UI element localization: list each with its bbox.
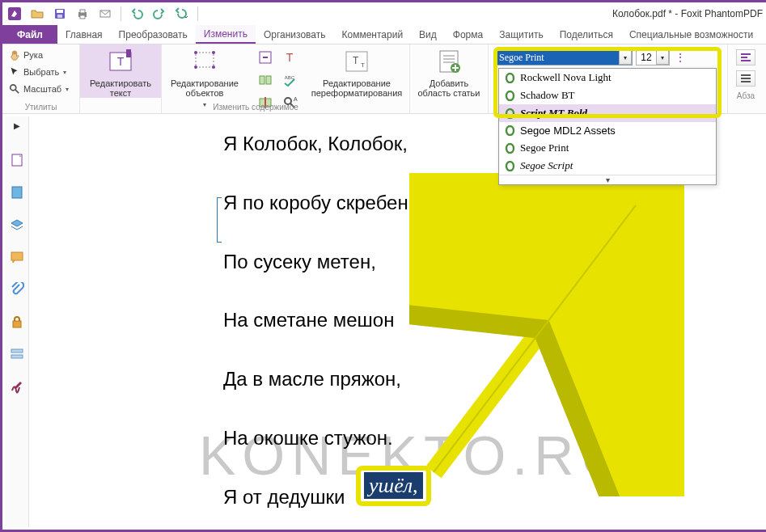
layers-panel-icon[interactable] (9, 217, 25, 233)
tab-organize[interactable]: Организовать (256, 25, 334, 44)
font-option[interactable]: Rockwell Nova Light (499, 69, 716, 87)
svg-rect-6 (80, 15, 85, 19)
svg-rect-50 (11, 252, 23, 260)
font-option[interactable]: Schadow BT (499, 87, 716, 104)
tab-edit[interactable]: Изменить (196, 25, 256, 44)
text-line[interactable]: На сметане мешон (223, 309, 413, 332)
separator (197, 6, 198, 21)
font-size-combo[interactable]: 12 ▾ (636, 49, 670, 65)
text-tool-icon[interactable]: T (278, 47, 301, 68)
tab-home[interactable]: Главная (57, 25, 111, 44)
scroll-down-icon[interactable]: ▾ (499, 175, 716, 184)
app-menu-icon[interactable] (6, 5, 23, 23)
redo-icon[interactable] (150, 5, 168, 23)
tool-zoom-label: Масштаб (23, 84, 61, 94)
tool-select[interactable]: Выбрать ▾ (9, 64, 73, 80)
edit-objects-icon (191, 48, 218, 75)
window-title: Колобок.pdf * - Foxit PhantomPDF (612, 8, 763, 19)
svg-line-9 (15, 90, 19, 93)
tool-zoom[interactable]: Масштаб ▾ (9, 81, 73, 97)
font-size-value: 12 (637, 52, 656, 63)
add-article-button[interactable]: Добавить область статьи (410, 44, 488, 98)
chevron-down-icon[interactable]: ▾ (656, 50, 669, 65)
text-line[interactable]: Да в масле пряжон, (223, 368, 413, 391)
group-reflow: TT Редактирование переформатирования Изм… (304, 44, 409, 113)
font-family-combo[interactable]: Segoe Print ▾ (495, 49, 633, 65)
reflow-label: Редактирование переформатирования (311, 78, 402, 98)
open-icon[interactable] (28, 5, 46, 23)
chevron-down-icon[interactable]: ▾ (66, 86, 69, 93)
text-line[interactable]: По сусеку метен, (223, 251, 413, 274)
rail-toggle-icon[interactable]: ▶ (11, 120, 23, 131)
undo-icon[interactable] (128, 5, 146, 23)
reflow-button[interactable]: TT Редактирование переформатирования (304, 44, 409, 98)
bookmarks-panel-icon[interactable] (9, 184, 25, 201)
text-line[interactable]: На окошке стужон. (223, 427, 413, 450)
svg-rect-21 (266, 76, 271, 84)
svg-text:T: T (353, 55, 359, 66)
font-option[interactable]: Script MT Bold (499, 104, 716, 122)
edit-text-button[interactable]: T Редактировать текст (80, 44, 161, 98)
text-line[interactable]: Я Колобок, Колобок, (223, 133, 413, 156)
save-icon[interactable] (51, 5, 69, 23)
svg-text:T: T (117, 55, 125, 68)
font-option-label: Segoe Script (520, 159, 573, 172)
print-icon[interactable] (74, 5, 91, 23)
group-add-article: Добавить область статьи (410, 44, 489, 113)
tab-accessibility[interactable]: Специальные возможности (621, 25, 761, 44)
email-icon[interactable] (96, 5, 114, 23)
font-family-dropdown[interactable]: Rockwell Nova Light Schadow BT Script MT… (498, 68, 717, 185)
opentype-icon (504, 108, 515, 119)
chevron-down-icon[interactable]: ▾ (63, 69, 66, 76)
align-left-button[interactable] (736, 49, 755, 65)
opentype-icon (504, 72, 515, 83)
add-article-label: Добавить область статьи (418, 78, 480, 98)
svg-point-17 (212, 65, 215, 69)
security-panel-icon[interactable] (9, 314, 25, 330)
font-option-label: Segoe Print (520, 141, 569, 154)
merge-tool-icon[interactable] (254, 70, 277, 91)
abc-tool-icon[interactable]: ABC (278, 70, 301, 91)
font-family-value: Segoe Print (496, 51, 619, 65)
font-option[interactable]: Segoe Script (499, 157, 716, 175)
font-option[interactable]: Segoe MDL2 Assets (499, 122, 716, 139)
svg-point-8 (11, 85, 16, 91)
tab-protect[interactable]: Защитить (491, 25, 551, 44)
svg-rect-53 (11, 355, 23, 358)
tab-form[interactable]: Форма (445, 25, 491, 44)
edit-objects-button[interactable]: Редактирование объектов ▾ (162, 44, 248, 108)
svg-line-55 (434, 205, 636, 472)
edit-text-icon: T (107, 48, 134, 75)
pages-panel-icon[interactable] (9, 152, 25, 168)
fields-panel-icon[interactable] (9, 346, 25, 362)
tab-comment[interactable]: Комментарий (334, 25, 412, 44)
nav-rail: ▶ (5, 116, 29, 527)
group-options-icon[interactable]: ⋮ (673, 51, 688, 64)
tab-share[interactable]: Поделиться (552, 25, 621, 44)
svg-rect-3 (57, 15, 62, 18)
comments-panel-icon[interactable] (9, 249, 25, 265)
chevron-down-icon[interactable]: ▾ (619, 50, 632, 65)
tab-view[interactable]: Вид (411, 25, 445, 44)
text-line[interactable]: Я по коробу скребен, (223, 192, 413, 215)
svg-rect-5 (80, 10, 85, 13)
svg-rect-20 (260, 76, 265, 84)
edit-text-label: Редактировать текст (90, 78, 151, 98)
svg-point-39 (506, 126, 514, 135)
svg-point-38 (506, 109, 514, 118)
undo-dropdown-icon[interactable] (173, 5, 191, 23)
svg-rect-51 (13, 321, 21, 327)
tool-hand[interactable]: Рука (9, 47, 73, 63)
group-utilities: Рука Выбрать ▾ Масштаб ▾ Утилиты (2, 44, 80, 113)
edit-objects-label: Редактирование объектов (171, 78, 239, 98)
justify-button[interactable] (736, 70, 755, 87)
selected-word[interactable]: ушёл, (364, 472, 423, 499)
opentype-icon (504, 125, 515, 137)
font-option[interactable]: Segoe Print (499, 139, 716, 157)
ribbon-tabs: Файл Главная Преобразовать Изменить Орга… (2, 25, 766, 44)
link-tool-icon[interactable] (254, 47, 277, 68)
tab-convert[interactable]: Преобразовать (111, 25, 196, 44)
tab-file[interactable]: Файл (2, 25, 57, 44)
signatures-panel-icon[interactable] (9, 378, 25, 395)
attachments-panel-icon[interactable] (9, 281, 25, 298)
